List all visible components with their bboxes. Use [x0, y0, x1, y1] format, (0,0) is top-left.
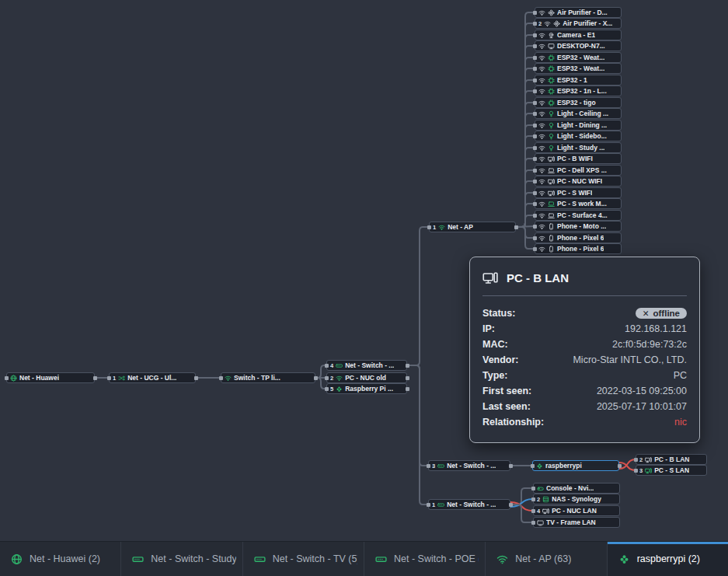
port-number-badge: 3 — [639, 467, 643, 474]
port-connector — [533, 236, 537, 240]
pc-icon — [542, 508, 549, 515]
tab-net-switch-study-1[interactable]: Net - Switch - Study (1) — [121, 542, 242, 576]
wifi-icon — [538, 88, 545, 95]
node-pc-nuc-lan[interactable]: 4PC - NUC LAN — [533, 505, 620, 516]
node-console-nvidia[interactable]: Console - Nvi... — [533, 483, 620, 494]
node-light-ceiling[interactable]: Light - Ceiling ... — [535, 108, 622, 119]
node-nas-synology[interactable]: 2NAS - Synology — [533, 494, 620, 504]
node-pc-s-wifi[interactable]: PC - S WIFI — [535, 187, 622, 198]
node-pc-nuc-wifi[interactable]: PC - NUC WIFI — [535, 176, 622, 187]
node-raspberry-pi-old[interactable]: 5Raspberry Pi ... — [326, 383, 407, 394]
node-net-ap[interactable]: 1Net - AP — [429, 222, 516, 232]
port-connector — [533, 67, 537, 71]
console-icon — [537, 485, 544, 492]
wifi-icon — [538, 190, 545, 197]
node-esp32-1[interactable]: ESP32 - 1 — [535, 75, 622, 86]
port-connector — [533, 157, 537, 161]
node-camera-e1[interactable]: Camera - E1 — [535, 30, 622, 40]
node-raspberrypi[interactable]: raspberrypi — [532, 460, 619, 471]
node-label: PC - S LAN — [654, 466, 689, 474]
node-label: PC - NUC old — [345, 374, 386, 382]
port-number-badge: 2 — [537, 496, 540, 503]
port-connector — [533, 169, 537, 173]
node-pc-dell-xps[interactable]: PC - Dell XPS ... — [535, 165, 622, 176]
route-icon — [118, 375, 125, 382]
pc-icon — [548, 190, 555, 197]
wifi-icon — [538, 223, 545, 230]
tab-net-ap-63[interactable]: Net - AP (63) — [486, 542, 607, 576]
detail-row-ip: IP: 192.168.1.121 — [470, 321, 699, 337]
detail-label: IP: — [482, 323, 495, 334]
node-net-switch-tv[interactable]: 1Net - Switch - ... — [428, 499, 510, 510]
node-desktop-n7[interactable]: DESKTOP-N7... — [535, 40, 622, 51]
node-light-dining[interactable]: Light - Dining ... — [535, 120, 622, 131]
pc-icon — [482, 270, 498, 285]
node-net-ucg[interactable]: 1Net - UCG - Ul... — [109, 372, 196, 383]
node-pc-b-lan[interactable]: 2PC - B LAN — [636, 454, 707, 465]
node-label: PC - S work M... — [557, 200, 607, 208]
node-esp32-weat-2[interactable]: ESP32 - Weat... — [535, 63, 622, 74]
chip-icon — [548, 65, 555, 72]
tab-label: Net - Switch - POE (3) — [394, 553, 479, 564]
wifi-icon — [336, 375, 343, 382]
monitor-icon — [548, 43, 555, 50]
port-connector — [514, 225, 518, 229]
wifi-icon — [538, 77, 545, 84]
node-pc-nuc-old[interactable]: 2PC - NUC old — [326, 372, 407, 383]
node-label: Net - Switch - ... — [447, 501, 496, 508]
port-connector — [406, 376, 409, 380]
node-esp32-1n[interactable]: ESP32 - 1n - L... — [535, 86, 622, 96]
node-label: PC - B WIFI — [557, 155, 593, 162]
port-connector — [533, 247, 537, 251]
detail-label: First seen: — [482, 386, 531, 396]
wifi-icon — [538, 212, 545, 219]
port-connector — [325, 376, 329, 380]
node-air-purifier-d[interactable]: Air Purifier - D... — [535, 7, 622, 18]
fan-icon — [553, 20, 560, 27]
node-label: ESP32 - 1n - L... — [557, 87, 607, 95]
port-connector — [533, 112, 537, 116]
detail-label: Type: — [482, 370, 507, 381]
port-connector — [533, 11, 537, 15]
node-pc-b-wifi[interactable]: PC - B WIFI — [535, 153, 622, 164]
node-switch-tp[interactable]: Switch - TP li... — [221, 372, 315, 383]
detail-value: nic — [674, 417, 687, 428]
wifi-icon — [538, 43, 545, 50]
node-tv-frame-lan[interactable]: TV - Frame LAN — [533, 517, 620, 528]
node-pc-surface[interactable]: PC - Surface 4... — [535, 210, 622, 221]
node-phone-pixel-6-1[interactable]: Phone - Pixel 6 — [535, 232, 622, 243]
port-connector — [618, 464, 622, 468]
node-esp32-tigo[interactable]: ESP32 - tigo — [535, 97, 622, 108]
port-connector — [533, 146, 537, 150]
node-phone-moto[interactable]: Phone - Moto ... — [535, 221, 622, 232]
switch-icon — [336, 362, 343, 369]
node-light-study[interactable]: Light - Study ... — [535, 142, 622, 153]
chip-icon — [548, 77, 555, 84]
port-connector — [509, 464, 513, 468]
wifi-icon — [538, 167, 545, 174]
port-connector — [533, 124, 537, 127]
node-net-switch-main[interactable]: 4Net - Switch - ... — [326, 360, 407, 371]
port-connector — [533, 191, 537, 195]
node-net-huawei[interactable]: Net - Huawei — [6, 372, 95, 383]
node-air-purifier-x[interactable]: 2Air Purifier - X... — [535, 18, 622, 29]
node-light-sidebo[interactable]: Light - Sidebo... — [535, 131, 622, 141]
port-number-badge: 4 — [537, 508, 540, 515]
wifi-icon — [538, 122, 545, 129]
detail-rows: Status: ✕offline IP: 192.168.1.121 MAC: … — [470, 296, 699, 430]
tab-net-switch-tv-5[interactable]: Net - Switch - TV (5) — [243, 542, 364, 576]
tab-net-switch-poe-3[interactable]: Net - Switch - POE (3) — [364, 542, 486, 576]
node-phone-pixel-6-2[interactable]: Phone - Pixel 6 — [535, 243, 622, 254]
tab-net-huawei-2[interactable]: Net - Huawei (2) — [0, 542, 121, 576]
tab-raspberrypi-2[interactable]: raspberrypi (2) — [608, 542, 728, 576]
node-pc-s-lan[interactable]: 3PC - S LAN — [636, 465, 707, 476]
port-connector — [406, 387, 409, 391]
node-esp32-weat-1[interactable]: ESP32 - Weat... — [535, 52, 622, 63]
port-connector — [93, 376, 97, 380]
node-net-switch-study[interactable]: 3Net - Switch - ... — [428, 460, 510, 471]
port-connector — [533, 180, 537, 183]
wifi-icon — [538, 201, 545, 208]
node-pc-s-work[interactable]: PC - S work M... — [535, 198, 622, 209]
detail-label: Relationship: — [482, 417, 544, 428]
port-connector — [533, 44, 537, 48]
